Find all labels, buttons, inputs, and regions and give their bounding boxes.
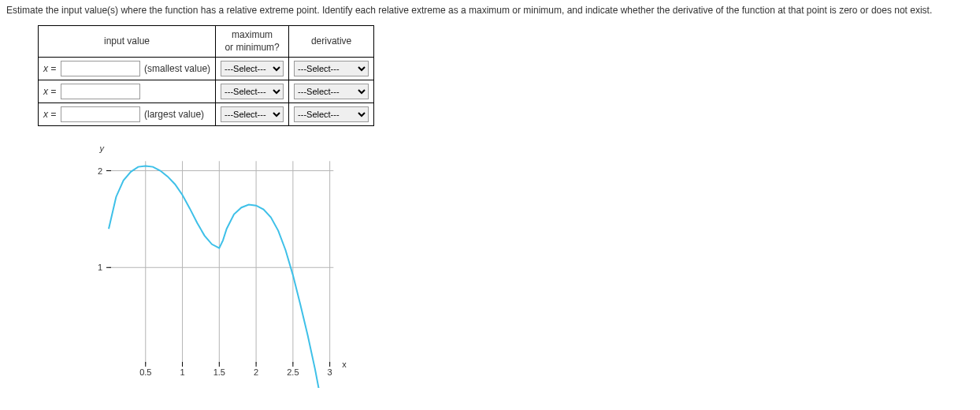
answer-table: input value maximumor minimum? derivativ…	[38, 25, 374, 126]
row-label: x =	[43, 109, 58, 120]
select-deriv-3[interactable]: ---Select---	[294, 106, 369, 122]
select-maxmin-3[interactable]: ---Select---	[221, 106, 284, 122]
select-deriv-2[interactable]: ---Select---	[294, 84, 369, 99]
svg-text:1: 1	[98, 263, 102, 272]
select-maxmin-2[interactable]: ---Select---	[221, 84, 284, 99]
hint-largest: (largest value)	[143, 109, 204, 120]
svg-text:y: y	[99, 144, 106, 153]
svg-text:2.5: 2.5	[287, 367, 299, 377]
svg-text:0.5: 0.5	[139, 367, 151, 377]
svg-text:2: 2	[98, 166, 102, 176]
header-derivative: derivative	[289, 26, 374, 58]
select-maxmin-1[interactable]: ---Select---	[221, 61, 284, 76]
question-text: Estimate the input value(s) where the fu…	[6, 3, 974, 17]
header-input-value: input value	[39, 26, 216, 58]
svg-text:1: 1	[180, 367, 184, 377]
svg-text:x: x	[342, 360, 347, 369]
input-x-1[interactable]	[61, 61, 140, 76]
function-graph: 0.511.522.5312xy	[85, 136, 353, 388]
row-label: x =	[43, 86, 58, 97]
select-deriv-1[interactable]: ---Select---	[294, 61, 369, 76]
svg-text:3: 3	[328, 367, 332, 377]
hint-smallest: (smallest value)	[143, 63, 210, 74]
row-label: x =	[43, 63, 58, 74]
svg-text:2: 2	[254, 367, 258, 377]
svg-text:1.5: 1.5	[213, 367, 225, 377]
input-x-3[interactable]	[61, 106, 140, 122]
header-max-min: maximumor minimum?	[216, 26, 289, 58]
input-x-2[interactable]	[61, 84, 140, 99]
